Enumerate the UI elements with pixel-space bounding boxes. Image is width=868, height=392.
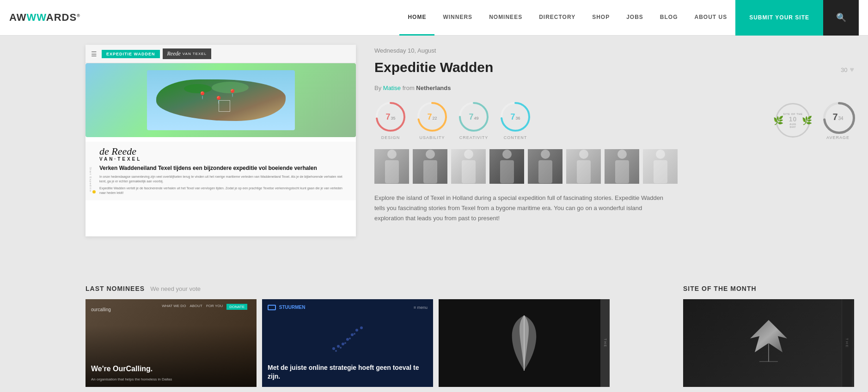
thumb-nav-1: WHAT WE DO ABOUT FOR YOU DONATE	[162, 304, 247, 310]
nominees-section: LAST NOMINEES We need your vote WHAT WE …	[86, 285, 665, 387]
nav-blog[interactable]: BLOG	[652, 0, 686, 36]
ourcalling-heading: We're OurCalling.	[91, 365, 153, 373]
content-label: CONTENT	[504, 135, 527, 140]
nav-directory[interactable]: DIRECTORY	[531, 0, 584, 36]
creativity-label: CREATIVITY	[459, 135, 488, 140]
sotm-section: SITE OF THE MONTH	[683, 285, 868, 387]
scores-row: 735 DESIGN 722 USABILITY	[374, 101, 854, 140]
svg-point-10	[332, 347, 335, 350]
svg-point-19	[344, 342, 346, 344]
count-value: 30	[841, 66, 847, 73]
main-content: ☰ EXPEDITIE WADDEN Reede VAN TEXEL 📍 📍 �	[0, 36, 868, 276]
preview-tab2: Reede VAN TEXEL	[163, 48, 212, 59]
score-content: 736 CONTENT	[499, 101, 532, 140]
nominees-thumbnails: WHAT WE DO ABOUT FOR YOU DONATE ourcalli…	[86, 299, 665, 387]
sotm-side-text: THE	[842, 299, 852, 387]
nominees-subtitle: We need your vote	[150, 285, 201, 292]
svg-point-16	[360, 326, 363, 329]
country: Netherlands	[416, 84, 451, 91]
hamburger-icon: ☰	[91, 50, 97, 58]
preview-body1: In onze hedendaagse samenleving zijn vee…	[99, 175, 347, 184]
nav-nominees[interactable]: NOMINEES	[481, 0, 531, 36]
third-bg: THE	[439, 299, 610, 387]
preview-body2: Expeditie Wadden vertelt je de fascinere…	[99, 186, 347, 196]
stuurmen-menu: ≡ menu	[414, 305, 428, 310]
sotd-day: DAY	[790, 126, 796, 128]
score-average: 734 AVERAGE	[822, 101, 854, 140]
svg-point-18	[340, 347, 342, 349]
nav-home[interactable]: HOME	[399, 0, 434, 36]
ourcalling-logo: ourcalling	[91, 305, 111, 313]
stuurmen-chart	[329, 321, 366, 358]
score-creativity: 749 CREATIVITY	[458, 101, 490, 140]
logo[interactable]: AWWWARDS®	[9, 12, 80, 24]
stuurmen-heading: Met de juiste online strategie hoeft gee…	[268, 363, 428, 381]
svg-point-21	[354, 333, 355, 335]
svg-point-17	[335, 350, 337, 352]
svg-point-13	[346, 338, 349, 341]
submit-site-button[interactable]: SUBMIT YOUR SITE	[735, 0, 823, 36]
script-text: Reede	[167, 50, 181, 57]
stuurmen-top: STUURMEN ≡ menu	[268, 305, 428, 310]
jury-avatar-8[interactable]	[643, 149, 678, 184]
jury-avatar-2[interactable]	[413, 149, 447, 184]
preview-text-area: de Reede VAN·TEXEL Verken Waddeneiland T…	[86, 142, 356, 200]
search-button[interactable]: 🔍	[823, 0, 859, 36]
jury-avatars	[374, 149, 854, 184]
nav-shop[interactable]: SHOP	[584, 0, 618, 36]
svg-point-12	[342, 343, 344, 345]
nominee-card-1[interactable]: WHAT WE DO ABOUT FOR YOU DONATE ourcalli…	[86, 299, 257, 387]
laurel-left-icon: 🌿	[773, 115, 784, 126]
preview-start-label: Start Expeditie	[89, 167, 92, 192]
jury-avatar-6[interactable]	[566, 149, 601, 184]
heart-count[interactable]: 30 ♥	[841, 66, 854, 74]
nominees-title: LAST NOMINEES	[86, 285, 145, 292]
sotm-title: SITE OF THE MONTH	[683, 285, 757, 292]
navigation: AWWWARDS® HOME WINNERS NOMINEES DIRECTOR…	[0, 0, 868, 36]
sotm-visual-svg	[732, 315, 806, 371]
average-value: 734	[832, 112, 843, 122]
preview-van-texel: VAN·TEXEL	[99, 157, 347, 162]
search-icon: 🔍	[836, 12, 846, 23]
average-label: AVERAGE	[826, 135, 850, 140]
sotm-card[interactable]: THE	[683, 299, 854, 387]
sotm-bg: THE	[683, 299, 854, 387]
site-info: Wednesday 10, August Expeditie Wadden 30…	[374, 45, 854, 266]
third-visual	[496, 308, 552, 378]
nav-jobs[interactable]: JOBS	[618, 0, 652, 36]
site-preview[interactable]: ☰ EXPEDITIE WADDEN Reede VAN TEXEL 📍 📍 �	[86, 45, 356, 236]
nominees-header: LAST NOMINEES We need your vote	[86, 285, 665, 292]
feather-svg	[501, 311, 547, 375]
jury-avatar-4[interactable]	[489, 149, 524, 184]
nav-winners[interactable]: WINNERS	[434, 0, 481, 36]
map-pin-1: 📍	[198, 91, 207, 100]
preview-tab1: EXPEDITIE WADDEN	[102, 50, 160, 58]
site-author: By Matise from Netherlands	[374, 84, 854, 91]
stuurmen-bg: STUURMEN ≡ menu	[262, 299, 433, 387]
side-bar: THE	[600, 299, 610, 387]
heart-icon: ♥	[850, 66, 855, 74]
design-label: DESIGN	[381, 135, 400, 140]
jury-avatar-3[interactable]	[451, 149, 486, 184]
score-usability: 722 USABILITY	[416, 101, 448, 140]
nav-about[interactable]: ABOUT US	[686, 0, 736, 36]
stuurmen-visual	[268, 315, 428, 363]
laurel-right-icon: 🌿	[802, 115, 813, 126]
jury-avatar-7[interactable]	[605, 149, 639, 184]
content-value: 736	[510, 112, 520, 122]
preview-topbar: ☰ EXPEDITIE WADDEN Reede VAN TEXEL	[86, 45, 356, 63]
nominee-card-2[interactable]: STUURMEN ≡ menu	[262, 299, 433, 387]
usability-value: 722	[427, 112, 437, 122]
preview-main-heading: Verken Waddeneiland Texel tijdens een bi…	[99, 164, 347, 172]
nav-links: HOME WINNERS NOMINEES DIRECTORY SHOP JOB…	[399, 0, 859, 36]
creativity-value: 749	[469, 112, 478, 122]
svg-point-20	[349, 338, 351, 339]
jury-avatar-1[interactable]	[374, 149, 409, 184]
from-label: from	[403, 84, 416, 91]
nominee-card-3[interactable]: THE	[439, 299, 610, 387]
score-design: 735 DESIGN	[374, 101, 407, 140]
design-value: 735	[385, 112, 395, 122]
svg-point-14	[351, 333, 354, 336]
author-link[interactable]: Matise	[383, 84, 401, 91]
jury-avatar-5[interactable]	[528, 149, 562, 184]
